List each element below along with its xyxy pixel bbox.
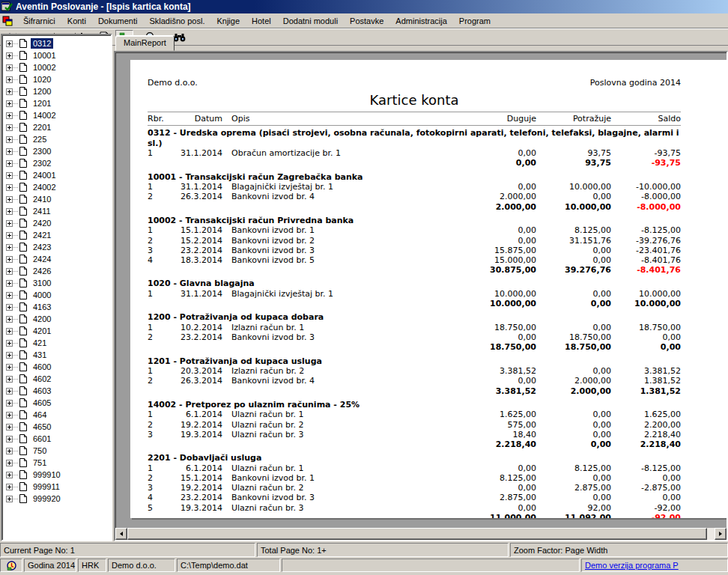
- menu-item[interactable]: Program: [453, 15, 497, 27]
- expand-plus-icon[interactable]: [6, 196, 13, 203]
- tree-item-label[interactable]: 421: [31, 338, 49, 348]
- tree-item[interactable]: 464: [2, 409, 111, 421]
- menu-item[interactable]: Skladišno posl.: [143, 15, 210, 27]
- tree-item[interactable]: 1201: [2, 97, 111, 109]
- tree-item-label[interactable]: 4000: [31, 290, 53, 300]
- tree-item[interactable]: 2421: [2, 229, 111, 241]
- expand-plus-icon[interactable]: [6, 364, 13, 371]
- tree-item-label[interactable]: 4602: [31, 374, 53, 384]
- tree-item[interactable]: 750: [2, 445, 111, 457]
- expand-plus-icon[interactable]: [6, 64, 13, 71]
- tree-item[interactable]: 225: [2, 133, 111, 145]
- tree-item-label[interactable]: 4600: [31, 362, 53, 372]
- scroll-right-button[interactable]: [715, 528, 727, 540]
- tree-item[interactable]: 4600: [2, 361, 111, 373]
- tree-item-label[interactable]: 2201: [31, 122, 53, 133]
- expand-plus-icon[interactable]: [6, 496, 13, 502]
- tree-item-label[interactable]: 10002: [31, 62, 58, 73]
- menu-item[interactable]: Postavke: [344, 15, 389, 27]
- tree-item-label[interactable]: 4201: [31, 326, 53, 336]
- menu-item[interactable]: Konti: [61, 15, 92, 27]
- tree-item[interactable]: 4201: [2, 325, 111, 337]
- expand-plus-icon[interactable]: [6, 172, 13, 179]
- tree-item-label[interactable]: 4605: [31, 398, 53, 408]
- tree-item[interactable]: 4000: [2, 289, 111, 301]
- tree-item-label[interactable]: 1200: [31, 86, 53, 97]
- expand-plus-icon[interactable]: [6, 412, 13, 419]
- tree-item-label[interactable]: 750: [31, 445, 49, 456]
- tree-item[interactable]: 2201: [2, 121, 111, 133]
- expand-plus-icon[interactable]: [6, 136, 13, 143]
- expand-plus-icon[interactable]: [6, 52, 13, 59]
- tree-item[interactable]: 14002: [2, 109, 111, 121]
- tree-item-label[interactable]: 999910: [31, 469, 63, 480]
- mdi-child-icon[interactable]: [2, 16, 14, 26]
- expand-plus-icon[interactable]: [6, 88, 13, 95]
- expand-plus-icon[interactable]: [6, 232, 13, 239]
- tree-item[interactable]: 751: [2, 457, 111, 469]
- menu-item[interactable]: Administracija: [389, 15, 452, 27]
- expand-plus-icon[interactable]: [6, 460, 13, 466]
- tab-mainreport[interactable]: MainReport: [115, 35, 175, 51]
- tree-item-label[interactable]: 2420: [31, 218, 53, 228]
- expand-plus-icon[interactable]: [6, 100, 13, 107]
- expand-plus-icon[interactable]: [6, 280, 13, 287]
- expand-plus-icon[interactable]: [6, 376, 13, 383]
- expand-plus-icon[interactable]: [6, 40, 13, 47]
- expand-plus-icon[interactable]: [6, 424, 13, 431]
- expand-plus-icon[interactable]: [6, 448, 13, 454]
- tree-item[interactable]: 2410: [2, 193, 111, 205]
- tree-item-label[interactable]: 999911: [31, 481, 62, 492]
- tree-item[interactable]: 1200: [2, 85, 111, 97]
- expand-plus-icon[interactable]: [6, 76, 13, 83]
- tree-item[interactable]: 421: [2, 337, 111, 349]
- tree-item[interactable]: 999920: [2, 493, 111, 505]
- tree-item[interactable]: 4650: [2, 421, 111, 433]
- tree-item[interactable]: 4603: [2, 385, 111, 397]
- tree-item-label[interactable]: 464: [31, 410, 49, 420]
- expand-plus-icon[interactable]: [6, 124, 13, 131]
- tree-item-label[interactable]: 2411: [31, 206, 53, 216]
- tree-item[interactable]: 0312: [2, 37, 111, 49]
- expand-plus-icon[interactable]: [6, 484, 13, 490]
- tree-item-label[interactable]: 999920: [31, 493, 63, 504]
- tree-item[interactable]: 999910: [2, 469, 111, 481]
- tree-item[interactable]: 1020: [2, 73, 111, 85]
- expand-plus-icon[interactable]: [6, 352, 13, 359]
- tree-item[interactable]: 4602: [2, 373, 111, 385]
- scroll-left-button[interactable]: [115, 528, 127, 540]
- tree-item-label[interactable]: 0312: [31, 38, 53, 49]
- tree-item[interactable]: 4605: [2, 397, 111, 409]
- menu-item[interactable]: Dokumenti: [92, 15, 144, 27]
- tree-item[interactable]: 2426: [2, 265, 111, 277]
- expand-plus-icon[interactable]: [6, 244, 13, 251]
- tree-item-label[interactable]: 3100: [31, 278, 53, 288]
- tree-item-label[interactable]: 2410: [31, 194, 53, 204]
- tree-item-label[interactable]: 6601: [31, 433, 53, 444]
- tree-item-label[interactable]: 1201: [31, 98, 53, 109]
- tree-item[interactable]: 999911: [2, 481, 111, 493]
- expand-plus-icon[interactable]: [6, 148, 13, 155]
- tree-item-label[interactable]: 751: [31, 457, 49, 468]
- menu-item[interactable]: Knjige: [210, 15, 246, 27]
- tree-item[interactable]: 2411: [2, 205, 111, 217]
- tree-item[interactable]: 2302: [2, 157, 111, 169]
- tree-item-label[interactable]: 4650: [31, 422, 53, 432]
- expand-plus-icon[interactable]: [6, 160, 13, 167]
- expand-plus-icon[interactable]: [6, 208, 13, 215]
- tree-item[interactable]: 2300: [2, 145, 111, 157]
- tree-item-label[interactable]: 225: [31, 134, 49, 144]
- expand-plus-icon[interactable]: [6, 268, 13, 275]
- tree-item-label[interactable]: 24001: [31, 170, 58, 180]
- tree-item-label[interactable]: 4603: [31, 386, 53, 396]
- tree-item-label[interactable]: 14002: [31, 110, 58, 121]
- menu-item[interactable]: Hotel: [246, 15, 277, 27]
- scrollbar-thumb[interactable]: [127, 528, 707, 540]
- expand-plus-icon[interactable]: [6, 328, 13, 335]
- expand-plus-icon[interactable]: [6, 304, 13, 311]
- tree-item[interactable]: 431: [2, 349, 111, 361]
- menu-item[interactable]: Šifrarnici: [17, 15, 61, 27]
- expand-plus-icon[interactable]: [6, 340, 13, 347]
- tree-item-label[interactable]: 2426: [31, 266, 53, 276]
- expand-plus-icon[interactable]: [6, 184, 13, 191]
